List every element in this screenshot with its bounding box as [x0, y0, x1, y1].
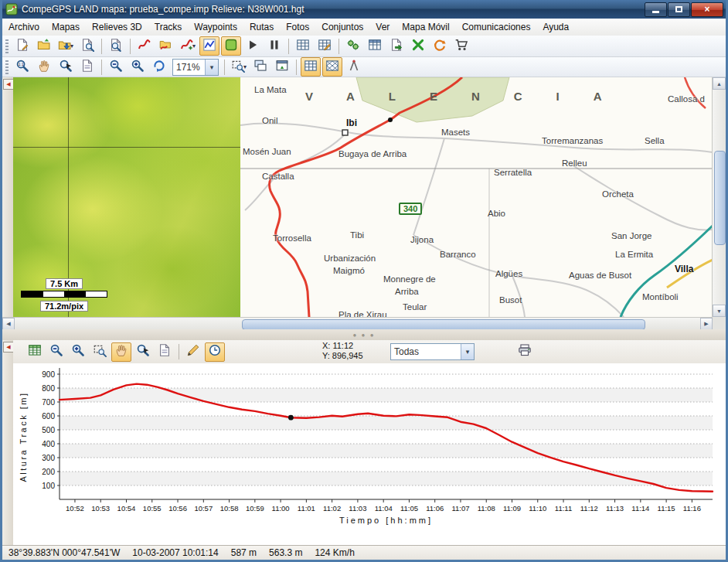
play-area-button[interactable]: [221, 36, 241, 56]
measure-button[interactable]: [344, 57, 364, 77]
map-place-label: Torrosella: [273, 233, 311, 243]
refresh-icon: [433, 38, 447, 55]
play-button[interactable]: [243, 36, 263, 56]
printer-icon: [518, 343, 532, 360]
road-map-canvas: [240, 77, 713, 317]
menu-conjuntos[interactable]: Conjuntos: [315, 19, 369, 35]
edit-table-button[interactable]: [315, 36, 335, 56]
tile-windows-button[interactable]: [250, 57, 270, 77]
zoom-level-combo[interactable]: 171%▾: [172, 59, 219, 76]
close-icon: ×: [704, 5, 709, 14]
mesh-grid-button[interactable]: [322, 57, 342, 77]
scroll-down-icon[interactable]: ▼: [713, 305, 726, 317]
shop-cart-button[interactable]: [451, 36, 471, 56]
menu-relieves-3d[interactable]: Relieves 3D: [86, 19, 148, 35]
menu-tracks[interactable]: Tracks: [148, 19, 189, 35]
zoom-in-icon: [131, 59, 145, 76]
chevron-down-icon[interactable]: ▾: [205, 60, 218, 75]
minimize-button[interactable]: [645, 2, 667, 17]
select-zoom-button[interactable]: ▾: [229, 57, 249, 77]
toolbar-separator: [179, 344, 179, 359]
page-fit-button[interactable]: [155, 342, 175, 362]
scale-bar: [21, 291, 107, 298]
menu-waypoints[interactable]: Waypoints: [188, 19, 243, 35]
activate-button[interactable]: [408, 36, 428, 56]
pan-hand-button[interactable]: [111, 342, 131, 362]
zoom-arrow-icon: [59, 59, 73, 76]
select-zoom-button[interactable]: [90, 342, 110, 362]
zoom-in-button[interactable]: [68, 342, 88, 362]
open-track-button[interactable]: [156, 36, 176, 56]
map-horizontal-scrollbar[interactable]: ◀ ▶: [2, 317, 713, 330]
menu-rutas[interactable]: Rutas: [243, 19, 280, 35]
zoom-arrow-button[interactable]: [56, 57, 76, 77]
map-place-label: Serratella: [494, 168, 532, 177]
panel-splitter[interactable]: ● ● ●: [2, 329, 726, 340]
window-forward-button[interactable]: [272, 57, 292, 77]
pan-hand-button[interactable]: [34, 57, 54, 77]
status-coordinates: 38°39.883'N 000°47.541'W: [9, 547, 120, 558]
zoom-in-button[interactable]: [128, 57, 148, 77]
menu-mapa-m-vil[interactable]: Mapa Móvil: [396, 19, 455, 35]
open-file-button[interactable]: [34, 36, 54, 56]
svg-text:11:10: 11:10: [529, 504, 546, 513]
settings-gears-button[interactable]: [343, 36, 363, 56]
scroll-left-icon[interactable]: ◀: [2, 318, 15, 330]
map-place-label: Torremanzanas: [542, 136, 603, 145]
scroll-right-icon[interactable]: ▶: [700, 318, 713, 330]
settings-gears-icon: [346, 38, 360, 55]
refresh-button[interactable]: [430, 36, 450, 56]
close-button[interactable]: ×: [691, 2, 723, 17]
search-map-button[interactable]: [77, 36, 97, 56]
menu-archivo[interactable]: Archivo: [2, 19, 46, 35]
activate-icon: [411, 38, 425, 55]
road-map[interactable]: VALENCIA La MataCallosa dOnilIbiMasetsTo…: [240, 77, 713, 317]
page-fit-button[interactable]: [77, 57, 97, 77]
svg-text:600: 600: [42, 412, 55, 421]
close-track-button[interactable]: ▾: [178, 36, 198, 56]
zoom-100-button[interactable]: 1:1: [12, 57, 32, 77]
vertical-scroll-thumb[interactable]: [714, 151, 726, 245]
elevation-chart[interactable]: 10020030040050060070080090010:5210:5310:…: [13, 363, 724, 545]
measure-pen-button[interactable]: [183, 342, 203, 362]
track-filter-combo[interactable]: Todas ▾: [390, 343, 475, 360]
zoom-out-button[interactable]: [106, 57, 126, 77]
zoom-doc-button[interactable]: [106, 36, 126, 56]
pause-button[interactable]: [264, 36, 284, 56]
menu-ayuda[interactable]: Ayuda: [536, 19, 575, 35]
map-place-label: La Mata: [254, 85, 287, 94]
chevron-down-icon[interactable]: ▾: [192, 43, 196, 49]
map-vertical-scrollbar[interactable]: ▲ ▼: [712, 77, 726, 317]
collapse-graph-panel-button[interactable]: ◀: [3, 342, 14, 353]
time-axis-button[interactable]: [205, 342, 225, 362]
zoom-arrow-button[interactable]: [133, 342, 153, 362]
chevron-down-icon[interactable]: ▾: [70, 43, 73, 49]
chevron-down-icon[interactable]: ▾: [243, 63, 247, 70]
collapse-map-panel-button[interactable]: ◀: [3, 79, 14, 90]
graph-window-button[interactable]: [199, 36, 219, 56]
svg-text:10:56: 10:56: [168, 504, 187, 513]
data-grid-button[interactable]: [365, 36, 385, 56]
svg-text:11:08: 11:08: [478, 504, 495, 513]
import-map-button[interactable]: ▾: [56, 36, 76, 56]
zoom-out-button[interactable]: [46, 342, 66, 362]
menu-ver[interactable]: Ver: [369, 19, 396, 35]
measure-icon: [347, 59, 361, 76]
new-track-button[interactable]: [134, 36, 155, 56]
maximize-icon: [675, 6, 682, 12]
track-list-button[interactable]: [25, 342, 45, 362]
scroll-up-icon[interactable]: ▲: [713, 77, 726, 90]
menu-fotos[interactable]: Fotos: [280, 19, 315, 35]
maximize-button[interactable]: [668, 2, 690, 17]
new-track-list-button[interactable]: [12, 36, 32, 56]
menu-mapas[interactable]: Mapas: [46, 19, 86, 35]
rotate-button[interactable]: [149, 57, 169, 77]
chevron-down-icon[interactable]: ▾: [461, 344, 474, 359]
menu-comunicaciones[interactable]: Comunicaciones: [456, 19, 537, 35]
relief-map[interactable]: 7.5 Km 71.2m/pix: [13, 77, 240, 317]
print-graph-button[interactable]: [515, 342, 535, 361]
horizontal-scroll-thumb[interactable]: [242, 319, 645, 330]
track-table-button[interactable]: [293, 36, 313, 56]
grid-cells-button[interactable]: [301, 57, 321, 77]
export-sheet-button[interactable]: [386, 36, 407, 56]
